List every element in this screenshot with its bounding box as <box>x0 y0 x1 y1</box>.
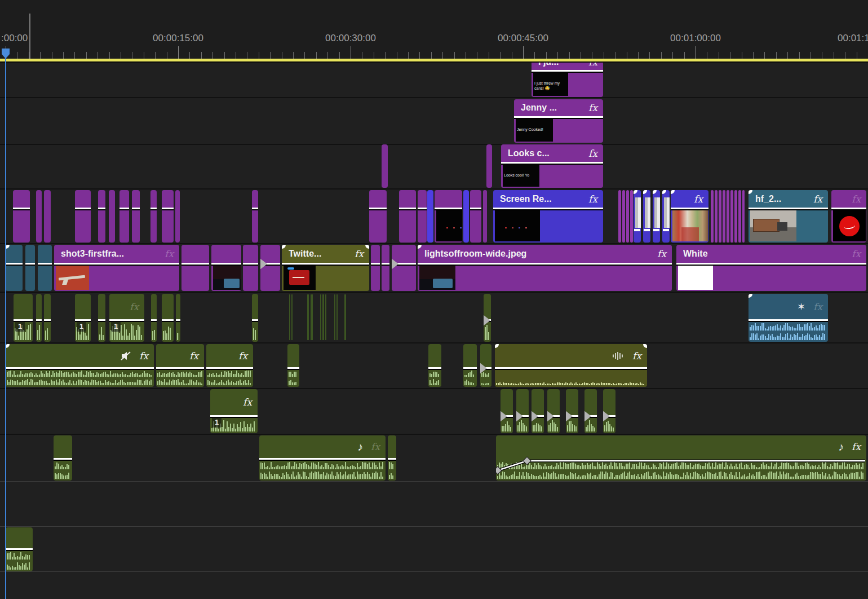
clip-olive-audio[interactable]: fx <box>495 344 647 387</box>
fade-transition-icon[interactable] <box>516 411 523 422</box>
keyframe-diamond[interactable] <box>496 466 502 474</box>
clip-green-sliver[interactable] <box>289 294 290 340</box>
clip-purple[interactable] <box>243 245 258 291</box>
clip-purple-sliver[interactable] <box>730 190 733 243</box>
fade-transition-icon[interactable] <box>484 315 490 326</box>
keyframe-diamond[interactable] <box>523 457 531 465</box>
clip-purple[interactable] <box>75 190 91 243</box>
clip-green[interactable]: ♪fx <box>259 435 386 481</box>
clip-teal-dark[interactable] <box>25 245 35 291</box>
clip-purple[interactable] <box>211 245 241 291</box>
clip-teal-dark[interactable] <box>38 245 52 291</box>
clip-green[interactable]: 1 <box>75 294 91 342</box>
clip-green-sliver[interactable] <box>307 294 309 340</box>
clip-blueviolet-sliver[interactable] <box>427 190 433 243</box>
clip-green[interactable] <box>547 389 560 433</box>
fade-transition-icon[interactable] <box>603 411 610 422</box>
clip-blueviolet[interactable] <box>653 190 660 243</box>
clip-purple-sliver[interactable] <box>622 190 625 243</box>
time-ruler[interactable]: :00:0000:00:15:0000:00:30:0000:00:45:000… <box>0 0 868 59</box>
clip-green-sliver[interactable] <box>291 294 293 340</box>
clip-looks-c[interactable]: Looks c...fxLooks cool! Yo <box>501 144 603 188</box>
clip-purple[interactable] <box>399 190 416 243</box>
clip-purple-sliver[interactable] <box>630 190 633 243</box>
clip-green[interactable] <box>54 435 72 481</box>
clip-green-sliver[interactable] <box>322 294 324 340</box>
fade-transition-icon[interactable] <box>501 411 507 422</box>
work-area-bar[interactable] <box>0 59 868 63</box>
clip-white[interactable]: Whitefx <box>676 245 866 291</box>
clip-purple-sliver[interactable] <box>618 190 621 243</box>
clip-green[interactable] <box>36 294 42 342</box>
clip-green[interactable] <box>44 294 51 342</box>
clip-green[interactable] <box>480 344 491 387</box>
fade-transition-icon[interactable] <box>566 411 573 422</box>
clip-purple[interactable] <box>13 190 30 243</box>
clip-purple-sliver[interactable] <box>727 190 729 243</box>
clip-purple[interactable]: fx <box>831 190 866 243</box>
clip-green-sliver[interactable] <box>334 294 335 340</box>
clip-green[interactable] <box>501 389 513 433</box>
clip-purple[interactable] <box>175 190 180 243</box>
clip-green[interactable] <box>463 344 477 387</box>
clip-purple[interactable] <box>150 190 157 243</box>
fade-transition-icon[interactable] <box>532 411 538 422</box>
fade-transition-icon[interactable] <box>260 258 267 270</box>
clip-purple[interactable] <box>371 245 380 291</box>
clip-hf-2[interactable]: hf_2...fx <box>749 190 828 243</box>
clip-purple[interactable] <box>252 190 258 243</box>
clip-green[interactable] <box>151 294 157 342</box>
clip-purple[interactable] <box>109 190 115 243</box>
volume-keyframe-band[interactable] <box>496 435 866 481</box>
clip-green[interactable] <box>516 389 529 433</box>
clip-green[interactable]: fx <box>156 344 204 387</box>
fade-transition-icon[interactable] <box>547 411 554 422</box>
clip-purple[interactable] <box>382 245 389 291</box>
clip-green[interactable]: 1 <box>14 294 33 342</box>
fade-transition-icon[interactable] <box>584 411 591 422</box>
clip-purple[interactable] <box>119 190 129 243</box>
clip-purple-sliver[interactable] <box>742 190 745 243</box>
clip-blueviolet[interactable] <box>662 190 670 243</box>
clip-green[interactable] <box>584 389 597 433</box>
clip-purple-sliver[interactable] <box>723 190 725 243</box>
clip-teal-dark[interactable] <box>6 245 23 291</box>
clip-purple[interactable] <box>260 245 280 291</box>
clip-purple[interactable] <box>486 144 492 188</box>
clip-green[interactable] <box>162 294 174 342</box>
clip-purple-sliver[interactable] <box>626 190 629 243</box>
clip-green[interactable]: fx <box>206 344 253 387</box>
clip-purple[interactable] <box>181 245 209 291</box>
clip-blueviolet[interactable] <box>634 190 641 243</box>
clip-green[interactable]: fx1 <box>210 389 258 433</box>
clip-green[interactable]: ♪fx <box>496 435 866 481</box>
clip-green[interactable]: fx <box>6 344 154 387</box>
clip-purple[interactable] <box>435 190 462 243</box>
clip-green[interactable] <box>484 294 491 342</box>
clip-green[interactable] <box>252 294 258 342</box>
clip-purple-sliver[interactable] <box>711 190 714 243</box>
clip-twitte[interactable]: Twitte...fx <box>282 245 369 291</box>
clip-green[interactable] <box>428 344 441 387</box>
clip-blueviolet-sliver[interactable] <box>463 190 469 243</box>
clip-purple[interactable] <box>483 190 487 243</box>
clip-green-sliver[interactable] <box>325 294 326 340</box>
clip-purple[interactable] <box>392 245 416 291</box>
clip-purple[interactable] <box>132 190 140 243</box>
clip-green-sliver[interactable] <box>344 294 346 340</box>
clip-green[interactable] <box>6 527 33 571</box>
clip-blue-audio[interactable]: ✶fx <box>749 294 828 342</box>
fade-transition-icon[interactable] <box>392 258 398 270</box>
clip-green-sliver[interactable] <box>336 294 338 340</box>
clip-purple-sliver[interactable] <box>738 190 741 243</box>
clip-purple[interactable] <box>470 190 481 243</box>
clip-blueviolet[interactable] <box>643 190 650 243</box>
clip-lightsoffroom-wide-jpeg[interactable]: lightsoffroom-wide.jpegfx <box>418 245 672 291</box>
clip-purple[interactable] <box>36 190 42 243</box>
clip-purple[interactable] <box>369 190 387 243</box>
clip-purple[interactable] <box>162 190 174 243</box>
clip-green[interactable] <box>98 294 105 342</box>
clip-purple-sliver[interactable] <box>734 190 737 243</box>
clip-screen-re[interactable]: Screen Re...fx <box>493 190 603 243</box>
clip-purple-sliver[interactable] <box>719 190 721 243</box>
